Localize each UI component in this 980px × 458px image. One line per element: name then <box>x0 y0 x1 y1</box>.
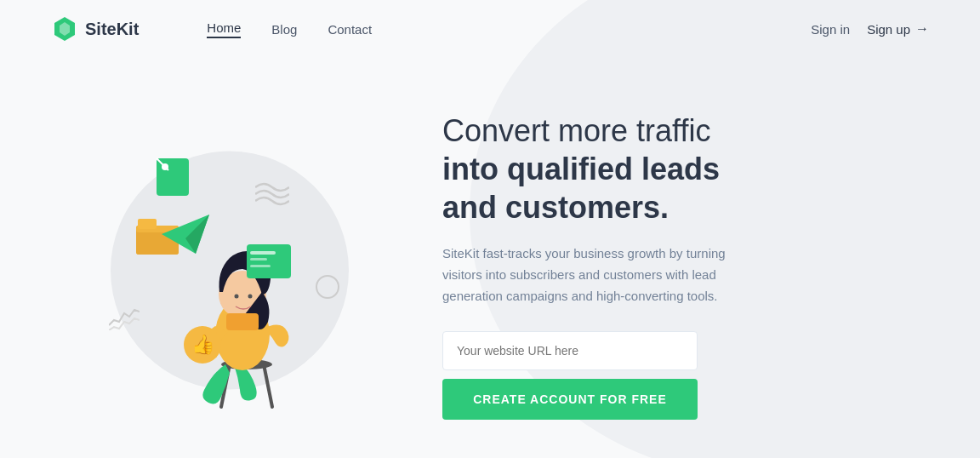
hero-subtext: SiteKit fast-tracks your business growth… <box>442 243 732 306</box>
hero-headline: Convert more traffic into qualified lead… <box>442 112 732 226</box>
svg-text:👍: 👍 <box>191 333 215 356</box>
logo-text: SiteKit <box>85 20 139 39</box>
svg-point-24 <box>248 295 253 299</box>
website-url-input[interactable] <box>442 331 698 370</box>
nav-contact[interactable]: Contact <box>328 22 372 37</box>
svg-rect-11 <box>247 244 291 278</box>
float-paper-plane-icon <box>162 215 209 257</box>
sign-in-link[interactable]: Sign in <box>811 22 850 37</box>
sign-up-link[interactable]: Sign up → <box>867 21 929 37</box>
float-chart-icon <box>109 305 140 334</box>
svg-line-19 <box>264 364 272 407</box>
nav-links: Home Blog Contact <box>207 20 811 38</box>
hero-content: Convert more traffic into qualified lead… <box>408 112 732 419</box>
float-thumbs-up-icon: 👍 <box>183 325 222 368</box>
main-content: 👍 <box>0 58 980 456</box>
nav-right: Sign in Sign up → <box>811 21 929 37</box>
sign-up-arrow-icon: → <box>915 21 929 37</box>
navbar: SiteKit Home Blog Contact Sign in Sign u… <box>0 0 980 58</box>
svg-rect-25 <box>226 313 259 330</box>
svg-rect-14 <box>250 265 271 267</box>
float-card-icon <box>247 244 291 282</box>
logo[interactable]: SiteKit <box>51 15 139 43</box>
svg-rect-12 <box>250 251 276 255</box>
svg-rect-13 <box>250 258 267 260</box>
nav-home[interactable]: Home <box>207 20 241 38</box>
float-tag-icon <box>153 155 194 203</box>
svg-point-23 <box>235 295 239 299</box>
nav-blog[interactable]: Blog <box>271 22 297 37</box>
illustration-area: 👍 <box>51 95 408 436</box>
logo-icon <box>51 15 78 43</box>
create-account-button[interactable]: CREATE ACCOUNT FOR FREE <box>442 379 698 420</box>
